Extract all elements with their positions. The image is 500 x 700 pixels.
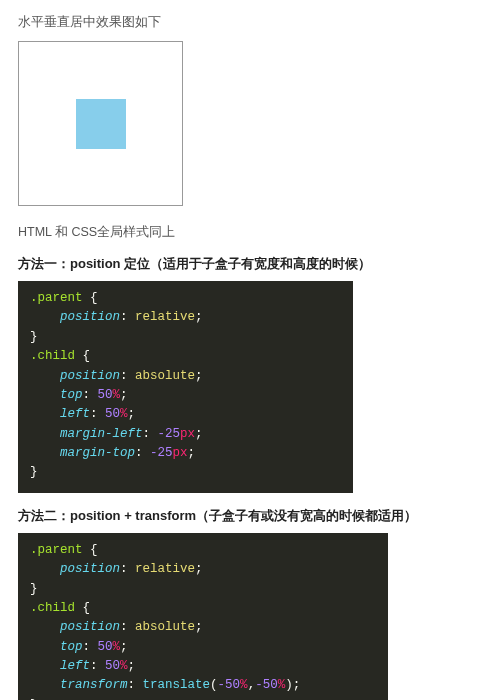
code-prop: margin-left bbox=[60, 427, 143, 441]
code-prop: transform bbox=[60, 678, 128, 692]
code-unit: px bbox=[173, 446, 188, 460]
code-prop: top bbox=[60, 640, 83, 654]
code-selector: .child bbox=[30, 349, 75, 363]
code-unit: % bbox=[113, 388, 121, 402]
code-selector: .parent bbox=[30, 543, 83, 557]
code-prop: position bbox=[60, 310, 120, 324]
code-unit: % bbox=[120, 407, 128, 421]
code-prop: left bbox=[60, 407, 90, 421]
global-style-note: HTML 和 CSS全局样式同上 bbox=[18, 224, 482, 241]
method-1-code: .parent { position: relative; } .child {… bbox=[18, 281, 353, 493]
method-2-title: 方法二：position + transform（子盒子有或没有宽高的时候都适用… bbox=[18, 507, 482, 525]
code-number: -25 bbox=[150, 446, 173, 460]
code-value: relative bbox=[135, 562, 195, 576]
code-unit: px bbox=[180, 427, 195, 441]
code-number: 50 bbox=[105, 407, 120, 421]
code-value: relative bbox=[135, 310, 195, 324]
code-selector: .parent bbox=[30, 291, 83, 305]
code-unit: % bbox=[120, 659, 128, 673]
code-prop: position bbox=[60, 369, 120, 383]
code-number: -50 bbox=[255, 678, 278, 692]
code-value: absolute bbox=[135, 369, 195, 383]
code-number: -25 bbox=[158, 427, 181, 441]
demo-caption: 水平垂直居中效果图如下 bbox=[18, 14, 482, 31]
code-number: -50 bbox=[218, 678, 241, 692]
code-number: 50 bbox=[98, 640, 113, 654]
code-unit: % bbox=[113, 640, 121, 654]
method-1-title: 方法一：position 定位（适用于子盒子有宽度和高度的时候） bbox=[18, 255, 482, 273]
demo-child-box bbox=[76, 99, 126, 149]
code-fn: translate bbox=[143, 678, 211, 692]
code-selector: .child bbox=[30, 601, 75, 615]
code-unit: % bbox=[240, 678, 248, 692]
code-number: 50 bbox=[98, 388, 113, 402]
code-prop: margin-top bbox=[60, 446, 135, 460]
code-number: 50 bbox=[105, 659, 120, 673]
code-prop: left bbox=[60, 659, 90, 673]
code-prop: position bbox=[60, 562, 120, 576]
code-prop: position bbox=[60, 620, 120, 634]
code-prop: top bbox=[60, 388, 83, 402]
method-2-code: .parent { position: relative; } .child {… bbox=[18, 533, 388, 700]
code-value: absolute bbox=[135, 620, 195, 634]
demo-parent-box bbox=[18, 41, 183, 206]
